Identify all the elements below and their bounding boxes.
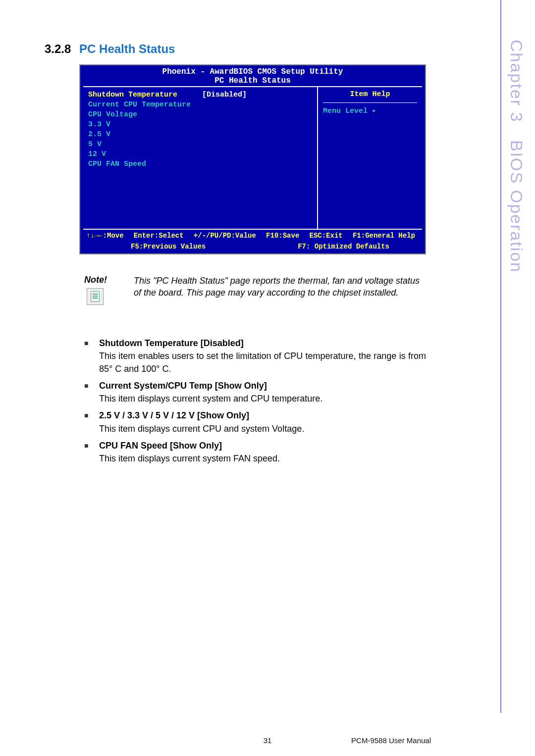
heading-title: PC Health Status — [79, 42, 175, 55]
bios-row: 3.3 V — [88, 120, 312, 130]
bios-row: CPU Voltage — [88, 110, 312, 120]
bios-key-f10: F10:Save — [266, 232, 299, 240]
side-title-label: BIOS Operation — [507, 140, 526, 273]
bios-divider — [323, 102, 417, 103]
note-block: Note! This "PC Health Status" page repor… — [84, 275, 426, 299]
bios-key-pupd: +/-/PU/PD:Value — [194, 232, 256, 240]
side-text: Chapter 3 BIOS Operation — [507, 40, 526, 273]
bios-footer-2: F5:Previous Values F7: Optimized Default… — [80, 243, 425, 253]
bios-key-f5: F5:Previous Values — [131, 243, 206, 251]
bios-key-f7: F7: Optimized Defaults — [298, 243, 389, 251]
item-desc: This item displays current system and CP… — [99, 392, 426, 405]
heading-number: 3.2.8 — [45, 42, 71, 55]
bios-body: Shutdown Temperature [Disabled] Current … — [83, 86, 422, 230]
bios-key-move: ↑↓→←:Move — [86, 232, 124, 240]
bios-row: Shutdown Temperature [Disabled] — [88, 90, 312, 100]
item-head: Current System/CPU Temp [Show Only] — [99, 379, 426, 392]
item-desc: This item enables users to set the limit… — [99, 350, 426, 375]
item-body: Shutdown Temperature [Disabled] This ite… — [99, 337, 426, 375]
bios-row-label: 5 V — [88, 140, 102, 150]
bios-left-pane: Shutdown Temperature [Disabled] Current … — [83, 87, 318, 229]
bios-row: 12 V — [88, 150, 312, 159]
bios-row-value: [Disabled] — [202, 90, 247, 100]
bios-row-label: 2.5 V — [88, 130, 110, 140]
bios-screenshot: Phoenix - AwardBIOS CMOS Setup Utility P… — [79, 64, 426, 254]
item-head: CPU FAN Speed [Show Only] — [99, 439, 426, 452]
note-icon — [87, 288, 104, 305]
bios-row: 2.5 V — [88, 130, 312, 140]
bios-subtitle: PC Health Status — [80, 76, 425, 86]
item-head: Shutdown Temperature [Disabled] — [99, 337, 426, 350]
bullet-icon: ■ — [84, 337, 99, 375]
bios-menu-level: Menu Level ▸ — [323, 106, 417, 115]
side-tab: Chapter 3 BIOS Operation — [500, 0, 535, 713]
item-body: CPU FAN Speed [Show Only] This item disp… — [99, 439, 426, 465]
bios-row-label: CPU Voltage — [88, 110, 137, 120]
item-body: 2.5 V / 3.3 V / 5 V / 12 V [Show Only] T… — [99, 409, 426, 435]
bullet-icon: ■ — [84, 439, 99, 465]
bios-row-label: Current CPU Temperature — [88, 100, 191, 110]
bios-row-label: 3.3 V — [88, 120, 110, 130]
page: Chapter 3 BIOS Operation 3.2.8 PC Health… — [0, 0, 535, 756]
document-icon — [91, 291, 100, 302]
bios-footer: ↑↓→←:Move Enter:Select +/-/PU/PD:Value F… — [80, 230, 425, 243]
bios-row: Current CPU Temperature — [88, 100, 312, 110]
list-item: ■ 2.5 V / 3.3 V / 5 V / 12 V [Show Only]… — [84, 409, 426, 435]
page-number: 31 — [264, 736, 272, 745]
list-item: ■ Shutdown Temperature [Disabled] This i… — [84, 337, 426, 375]
item-desc: This item displays current CPU and syste… — [99, 422, 426, 435]
bios-right-pane: Item Help Menu Level ▸ — [318, 87, 422, 229]
list-item: ■ CPU FAN Speed [Show Only] This item di… — [84, 439, 426, 465]
bullet-icon: ■ — [84, 379, 99, 405]
note-text: This "PC Health Status" page reports the… — [134, 275, 426, 299]
bullet-icon: ■ — [84, 409, 99, 435]
bios-row: 5 V — [88, 140, 312, 150]
list-item: ■ Current System/CPU Temp [Show Only] Th… — [84, 379, 426, 405]
item-body: Current System/CPU Temp [Show Only] This… — [99, 379, 426, 405]
side-chapter-label: Chapter 3 — [507, 40, 526, 122]
bios-row: CPU FAN Speed — [88, 159, 312, 169]
bios-key-enter: Enter:Select — [134, 232, 184, 240]
item-desc: This item displays current system FAN sp… — [99, 452, 426, 465]
bios-help-header: Item Help — [323, 90, 417, 99]
bios-key-f1: F1:General Help — [353, 232, 415, 240]
manual-name: PCM-9588 User Manual — [351, 736, 431, 745]
section-heading: 3.2.8 PC Health Status — [45, 42, 175, 56]
item-head: 2.5 V / 3.3 V / 5 V / 12 V [Show Only] — [99, 409, 426, 422]
bios-key-esc: ESC:Exit — [310, 232, 343, 240]
option-list: ■ Shutdown Temperature [Disabled] This i… — [84, 337, 426, 469]
bios-row-label: CPU FAN Speed — [88, 159, 146, 169]
bios-row-label: 12 V — [88, 150, 106, 159]
bios-title: Phoenix - AwardBIOS CMOS Setup Utility — [80, 65, 425, 76]
bios-row-label: Shutdown Temperature — [88, 90, 202, 100]
